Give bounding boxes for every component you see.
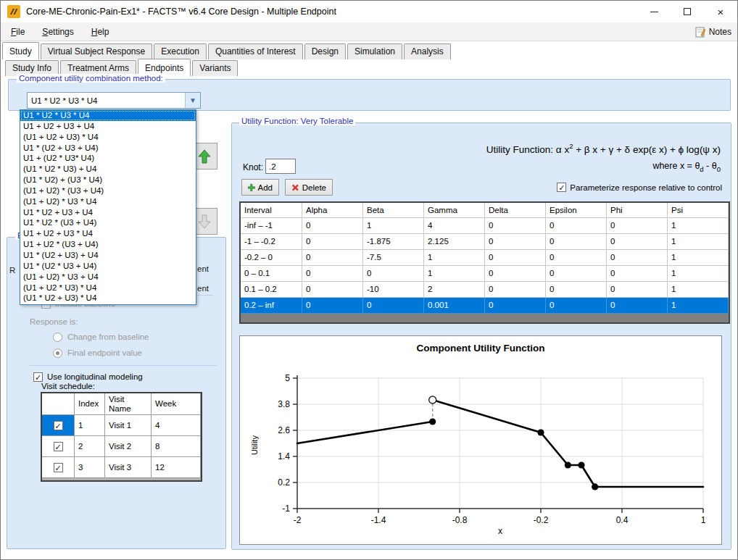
param-cell[interactable]: -inf – -1 — [241, 218, 302, 234]
param-cell[interactable]: 0 — [607, 234, 668, 250]
add-button[interactable]: Add — [241, 179, 279, 196]
utility-chart[interactable]: 53.82.61.40.2-1-2-1.4-0.8-0.20.41 — [240, 336, 721, 544]
param-cell[interactable]: 1 — [424, 250, 485, 266]
param-cell[interactable]: 0 — [485, 250, 546, 266]
param-cell[interactable]: 0 — [485, 234, 546, 250]
delete-button[interactable]: Delete — [285, 179, 333, 196]
tab-simulation[interactable]: Simulation — [347, 43, 402, 59]
minimize-button[interactable] — [637, 1, 671, 22]
param-cell[interactable]: 0 — [546, 282, 607, 298]
param-cell[interactable]: 0 — [302, 234, 363, 250]
param-cell[interactable]: 0 — [546, 218, 607, 234]
param-cell[interactable]: 0 — [607, 282, 668, 298]
param-cell[interactable]: 0 — [363, 266, 424, 282]
visit-index-cell[interactable]: 1 — [75, 415, 105, 436]
param-cell[interactable]: 0 — [302, 250, 363, 266]
param-cell[interactable]: 0 — [546, 266, 607, 282]
param-cell[interactable]: 1 — [668, 250, 729, 266]
param-cell[interactable]: 0 — [485, 282, 546, 298]
dropdown-option[interactable]: U1 * U2 + U3 + U4 — [20, 207, 196, 218]
menu-settings[interactable]: Settings — [35, 24, 80, 40]
param-cell[interactable]: 1 — [424, 266, 485, 282]
maximize-button[interactable] — [671, 1, 704, 22]
param-cell[interactable]: -7.5 — [363, 250, 424, 266]
param-cell[interactable]: 0.001 — [424, 298, 485, 314]
visit-enabled-checkbox[interactable]: ✓ — [54, 442, 63, 451]
visit-week-cell[interactable]: 4 — [152, 415, 201, 436]
notes-button[interactable]: Notes — [695, 22, 731, 41]
dropdown-option[interactable]: U1 * (U2 + U3) + U4 — [20, 250, 196, 261]
param-cell[interactable]: 2.125 — [424, 234, 485, 250]
dropdown-option[interactable]: (U1 + U2 + U3) * U4 — [20, 132, 196, 143]
param-cell[interactable]: 0.1 – 0.2 — [241, 282, 302, 298]
parameterize-checkbox[interactable]: ✓ — [557, 183, 566, 192]
dropdown-option[interactable]: U1 + U2 * (U3 + U4) — [20, 239, 196, 250]
dropdown-option[interactable]: (U1 + U2) * U3 * U4 — [20, 196, 196, 207]
combination-method-dropdown-list[interactable]: U1 * U2 * U3 * U4U1 + U2 + U3 + U4(U1 + … — [20, 109, 196, 305]
param-cell[interactable]: 1 — [668, 234, 729, 250]
dropdown-option[interactable]: U1 * U2 * (U3 + U4) — [20, 217, 196, 228]
dropdown-option[interactable]: (U1 * U2 + U3) * U4 — [20, 293, 196, 304]
dropdown-option[interactable]: U1 * U2 * U3 * U4 — [20, 110, 196, 121]
param-cell[interactable]: 0 — [607, 250, 668, 266]
param-cell[interactable]: 1 — [363, 218, 424, 234]
param-cell[interactable]: -0.2 – 0 — [241, 250, 302, 266]
chevron-down-icon[interactable]: ▼ — [185, 93, 200, 108]
visit-name-cell[interactable]: Visit 2 — [105, 436, 152, 457]
param-cell[interactable]: 1 — [668, 282, 729, 298]
param-cell[interactable]: 2 — [424, 282, 485, 298]
param-cell[interactable]: 0 – 0.1 — [241, 266, 302, 282]
param-cell[interactable]: 0.2 – inf — [241, 298, 302, 314]
dropdown-option[interactable]: (U1 * U2) + (U3 * U4) — [20, 175, 196, 185]
menu-help[interactable]: Help — [84, 24, 117, 40]
param-cell[interactable]: 0 — [607, 298, 668, 314]
param-cell[interactable]: 0 — [485, 266, 546, 282]
knot-input[interactable] — [265, 159, 296, 174]
visit-enabled-checkbox[interactable]: ✓ — [54, 421, 63, 430]
combination-method-combobox[interactable]: U1 * U2 * U3 * U4 ▼ — [27, 92, 201, 109]
tab-virtual-subject-response[interactable]: Virtual Subject Response — [41, 43, 153, 59]
dropdown-option[interactable]: U1 + (U2 * U3* U4) — [20, 153, 196, 164]
tab-analysis[interactable]: Analysis — [404, 43, 451, 59]
tab-quantities-of-interest[interactable]: Quantities of Interest — [208, 43, 303, 59]
param-cell[interactable]: -1 – -0.2 — [241, 234, 302, 250]
param-cell[interactable]: 0 — [607, 218, 668, 234]
param-cell[interactable]: 1 — [668, 266, 729, 282]
param-cell[interactable]: 0 — [485, 218, 546, 234]
param-cell[interactable]: -10 — [363, 282, 424, 298]
menu-file[interactable]: File — [4, 24, 32, 40]
visit-index-cell[interactable]: 3 — [75, 457, 105, 478]
close-button[interactable]: × — [704, 1, 737, 22]
subtab-variants[interactable]: Variants — [192, 60, 238, 76]
dropdown-option[interactable]: (U1 + U2) * (U3 + U4) — [20, 185, 196, 196]
param-cell[interactable]: 0 — [302, 282, 363, 298]
dropdown-option[interactable]: (U1 * U2 * U3) + U4 — [20, 164, 196, 175]
param-cell[interactable]: 0 — [546, 250, 607, 266]
param-cell[interactable]: 0 — [546, 234, 607, 250]
param-cell[interactable]: 4 — [424, 218, 485, 234]
param-cell[interactable]: 1 — [668, 218, 729, 234]
param-cell[interactable]: 0 — [302, 266, 363, 282]
param-cell[interactable]: 0 — [302, 298, 363, 314]
dropdown-option[interactable]: U1 * (U2 + U3 + U4) — [20, 143, 196, 154]
visit-week-cell[interactable]: 8 — [152, 436, 201, 457]
tab-design[interactable]: Design — [304, 43, 346, 59]
dropdown-option[interactable]: U1 + U2 + U3 * U4 — [20, 228, 196, 239]
param-cell[interactable]: 0 — [302, 218, 363, 234]
param-cell[interactable]: 0 — [607, 266, 668, 282]
dropdown-option[interactable]: U1 + U2 + U3 + U4 — [20, 121, 196, 132]
visit-index-cell[interactable]: 2 — [75, 436, 105, 457]
parameterize-checkbox-row[interactable]: ✓ Parameterize response relative to cont… — [557, 183, 722, 192]
visit-week-cell[interactable]: 12 — [152, 457, 201, 478]
dropdown-option[interactable]: U1 * (U2 * U3 + U4) — [20, 261, 196, 272]
tab-execution[interactable]: Execution — [154, 43, 207, 59]
param-cell[interactable]: 1 — [668, 298, 729, 314]
param-cell[interactable]: 0 — [485, 298, 546, 314]
param-cell[interactable]: 0 — [363, 298, 424, 314]
dropdown-option[interactable]: (U1 + U2) * U3 + U4 — [20, 272, 196, 283]
visit-name-cell[interactable]: Visit 1 — [105, 415, 152, 436]
visit-enabled-checkbox[interactable]: ✓ — [54, 463, 63, 472]
tab-study[interactable]: Study — [2, 42, 39, 59]
param-cell[interactable]: -1.875 — [363, 234, 424, 250]
dropdown-option[interactable]: (U1 + U2 * U3) * U4 — [20, 283, 196, 293]
